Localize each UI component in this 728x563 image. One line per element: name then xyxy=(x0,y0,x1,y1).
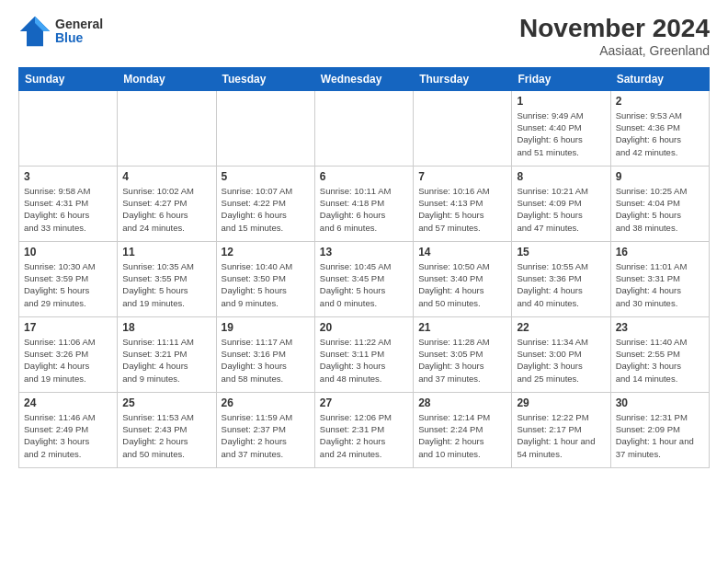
logo-blue-text: Blue xyxy=(55,31,103,45)
table-cell: 14Sunrise: 10:50 AM Sunset: 3:40 PM Dayl… xyxy=(414,241,512,316)
table-cell xyxy=(118,90,216,166)
week-row-3: 10Sunrise: 10:30 AM Sunset: 3:59 PM Dayl… xyxy=(19,241,710,316)
table-cell: 24Sunrise: 11:46 AM Sunset: 2:49 PM Dayl… xyxy=(19,392,118,467)
table-cell: 19Sunrise: 11:17 AM Sunset: 3:16 PM Dayl… xyxy=(216,316,314,392)
table-cell: 25Sunrise: 11:53 AM Sunset: 2:43 PM Dayl… xyxy=(118,392,216,467)
day-number: 7 xyxy=(418,170,506,183)
table-cell: 28Sunrise: 12:14 PM Sunset: 2:24 PM Dayl… xyxy=(414,392,512,467)
day-info: Sunrise: 12:06 PM Sunset: 2:31 PM Daylig… xyxy=(320,411,408,460)
day-info: Sunrise: 10:30 AM Sunset: 3:59 PM Daylig… xyxy=(24,260,112,309)
title-area: November 2024 Aasiaat, Greenland xyxy=(519,15,710,58)
col-monday: Monday xyxy=(118,67,216,90)
day-number: 17 xyxy=(24,321,112,334)
month-title: November 2024 xyxy=(519,15,710,43)
table-cell: 30Sunrise: 12:31 PM Sunset: 2:09 PM Dayl… xyxy=(610,392,709,467)
col-thursday: Thursday xyxy=(414,67,512,90)
table-cell xyxy=(19,90,118,166)
day-info: Sunrise: 11:46 AM Sunset: 2:49 PM Daylig… xyxy=(24,411,112,460)
day-number: 1 xyxy=(517,95,605,108)
table-cell: 26Sunrise: 11:59 AM Sunset: 2:37 PM Dayl… xyxy=(216,392,314,467)
calendar-header-row: Sunday Monday Tuesday Wednesday Thursday… xyxy=(19,67,710,90)
day-info: Sunrise: 10:40 AM Sunset: 3:50 PM Daylig… xyxy=(222,260,310,309)
table-cell xyxy=(314,90,413,166)
day-number: 4 xyxy=(122,170,210,183)
table-cell: 12Sunrise: 10:40 AM Sunset: 3:50 PM Dayl… xyxy=(216,241,314,316)
location: Aasiaat, Greenland xyxy=(519,43,710,58)
day-info: Sunrise: 11:34 AM Sunset: 3:00 PM Daylig… xyxy=(517,336,605,385)
logo-general-text: General xyxy=(55,17,103,31)
day-number: 26 xyxy=(222,396,310,409)
day-info: Sunrise: 11:06 AM Sunset: 3:26 PM Daylig… xyxy=(24,336,112,385)
table-cell: 22Sunrise: 11:34 AM Sunset: 3:00 PM Dayl… xyxy=(512,316,610,392)
day-number: 19 xyxy=(222,321,310,334)
day-number: 25 xyxy=(122,396,210,409)
day-info: Sunrise: 11:28 AM Sunset: 3:05 PM Daylig… xyxy=(418,336,506,385)
page: General Blue November 2024 Aasiaat, Gree… xyxy=(0,0,728,563)
day-number: 21 xyxy=(418,321,506,334)
day-number: 18 xyxy=(122,321,210,334)
table-cell: 4Sunrise: 10:02 AM Sunset: 4:27 PM Dayli… xyxy=(118,166,216,241)
day-number: 5 xyxy=(222,170,310,183)
day-info: Sunrise: 10:07 AM Sunset: 4:22 PM Daylig… xyxy=(222,185,310,234)
table-cell: 11Sunrise: 10:35 AM Sunset: 3:55 PM Dayl… xyxy=(118,241,216,316)
table-cell: 1Sunrise: 9:49 AM Sunset: 4:40 PM Daylig… xyxy=(512,90,610,166)
day-number: 22 xyxy=(517,321,605,334)
table-cell: 9Sunrise: 10:25 AM Sunset: 4:04 PM Dayli… xyxy=(610,166,709,241)
logo-text: General Blue xyxy=(55,17,103,46)
day-number: 2 xyxy=(616,95,704,108)
table-cell: 5Sunrise: 10:07 AM Sunset: 4:22 PM Dayli… xyxy=(216,166,314,241)
col-sunday: Sunday xyxy=(19,67,118,90)
week-row-5: 24Sunrise: 11:46 AM Sunset: 2:49 PM Dayl… xyxy=(19,392,710,467)
day-info: Sunrise: 10:35 AM Sunset: 3:55 PM Daylig… xyxy=(122,260,210,309)
col-tuesday: Tuesday xyxy=(216,67,314,90)
logo: General Blue xyxy=(18,15,103,48)
day-number: 14 xyxy=(418,246,506,259)
table-cell: 16Sunrise: 11:01 AM Sunset: 3:31 PM Dayl… xyxy=(610,241,709,316)
day-info: Sunrise: 12:31 PM Sunset: 2:09 PM Daylig… xyxy=(616,411,704,460)
col-saturday: Saturday xyxy=(610,67,709,90)
day-info: Sunrise: 12:22 PM Sunset: 2:17 PM Daylig… xyxy=(517,411,605,460)
day-info: Sunrise: 9:49 AM Sunset: 4:40 PM Dayligh… xyxy=(517,109,605,158)
day-number: 16 xyxy=(616,246,704,259)
week-row-4: 17Sunrise: 11:06 AM Sunset: 3:26 PM Dayl… xyxy=(19,316,710,392)
day-info: Sunrise: 11:22 AM Sunset: 3:11 PM Daylig… xyxy=(320,336,408,385)
table-cell: 6Sunrise: 10:11 AM Sunset: 4:18 PM Dayli… xyxy=(314,166,413,241)
day-number: 11 xyxy=(122,246,210,259)
day-info: Sunrise: 9:53 AM Sunset: 4:36 PM Dayligh… xyxy=(616,109,704,158)
day-info: Sunrise: 9:58 AM Sunset: 4:31 PM Dayligh… xyxy=(24,185,112,234)
table-cell: 17Sunrise: 11:06 AM Sunset: 3:26 PM Dayl… xyxy=(19,316,118,392)
day-info: Sunrise: 10:50 AM Sunset: 3:40 PM Daylig… xyxy=(418,260,506,309)
day-info: Sunrise: 11:40 AM Sunset: 2:55 PM Daylig… xyxy=(616,336,704,385)
table-cell: 13Sunrise: 10:45 AM Sunset: 3:45 PM Dayl… xyxy=(314,241,413,316)
day-info: Sunrise: 10:55 AM Sunset: 3:36 PM Daylig… xyxy=(517,260,605,309)
col-wednesday: Wednesday xyxy=(314,67,413,90)
table-cell xyxy=(216,90,314,166)
table-cell: 20Sunrise: 11:22 AM Sunset: 3:11 PM Dayl… xyxy=(314,316,413,392)
col-friday: Friday xyxy=(512,67,610,90)
calendar: Sunday Monday Tuesday Wednesday Thursday… xyxy=(18,67,710,468)
day-number: 24 xyxy=(24,396,112,409)
day-number: 8 xyxy=(517,170,605,183)
day-number: 6 xyxy=(320,170,408,183)
day-info: Sunrise: 10:21 AM Sunset: 4:09 PM Daylig… xyxy=(517,185,605,234)
day-info: Sunrise: 10:25 AM Sunset: 4:04 PM Daylig… xyxy=(616,185,704,234)
day-info: Sunrise: 11:01 AM Sunset: 3:31 PM Daylig… xyxy=(616,260,704,309)
table-cell: 10Sunrise: 10:30 AM Sunset: 3:59 PM Dayl… xyxy=(19,241,118,316)
day-number: 29 xyxy=(517,396,605,409)
table-cell: 8Sunrise: 10:21 AM Sunset: 4:09 PM Dayli… xyxy=(512,166,610,241)
day-info: Sunrise: 11:53 AM Sunset: 2:43 PM Daylig… xyxy=(122,411,210,460)
table-cell: 15Sunrise: 10:55 AM Sunset: 3:36 PM Dayl… xyxy=(512,241,610,316)
logo-icon xyxy=(18,15,51,48)
table-cell: 21Sunrise: 11:28 AM Sunset: 3:05 PM Dayl… xyxy=(414,316,512,392)
day-number: 3 xyxy=(24,170,112,183)
header: General Blue November 2024 Aasiaat, Gree… xyxy=(18,15,710,58)
day-info: Sunrise: 10:02 AM Sunset: 4:27 PM Daylig… xyxy=(122,185,210,234)
day-number: 13 xyxy=(320,246,408,259)
table-cell: 18Sunrise: 11:11 AM Sunset: 3:21 PM Dayl… xyxy=(118,316,216,392)
day-number: 23 xyxy=(616,321,704,334)
day-info: Sunrise: 11:59 AM Sunset: 2:37 PM Daylig… xyxy=(222,411,310,460)
week-row-2: 3Sunrise: 9:58 AM Sunset: 4:31 PM Daylig… xyxy=(19,166,710,241)
day-number: 30 xyxy=(616,396,704,409)
day-info: Sunrise: 12:14 PM Sunset: 2:24 PM Daylig… xyxy=(418,411,506,460)
day-info: Sunrise: 10:11 AM Sunset: 4:18 PM Daylig… xyxy=(320,185,408,234)
